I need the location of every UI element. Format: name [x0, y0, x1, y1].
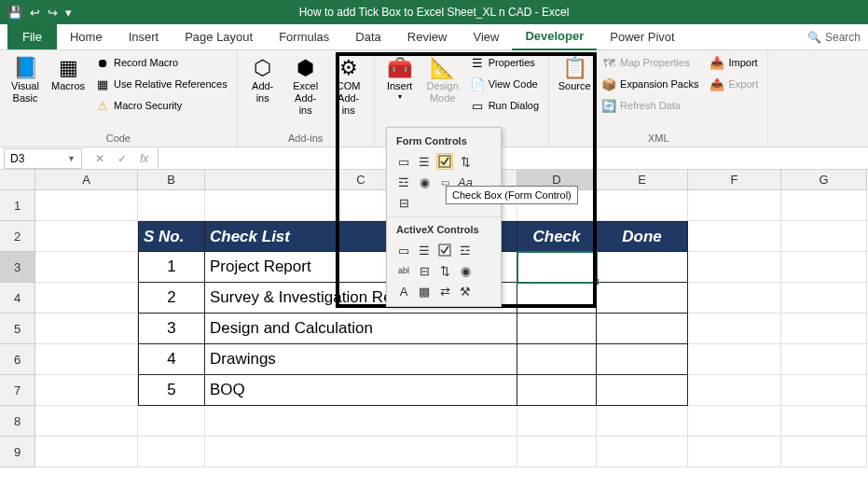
cell-E1[interactable]	[597, 190, 688, 221]
form-spin-icon[interactable]: ⇅	[458, 154, 473, 169]
cell-F1[interactable]	[688, 190, 781, 221]
activex-button-icon[interactable]: ▭	[396, 243, 411, 258]
cell-B9[interactable]	[138, 437, 205, 467]
cell-G5[interactable]	[781, 314, 867, 344]
cell-A8[interactable]	[35, 406, 138, 437]
form-option-icon[interactable]: ◉	[417, 174, 432, 189]
activex-listbox-icon[interactable]: ☲	[458, 243, 473, 258]
undo-icon[interactable]: ↩	[30, 6, 40, 20]
cell-C5[interactable]: Design and Calculation	[205, 314, 517, 344]
cell-C6[interactable]: Drawings	[205, 344, 517, 375]
row-header-6[interactable]: 6	[0, 344, 35, 375]
cell-A4[interactable]	[35, 283, 138, 314]
cell-G9[interactable]	[781, 437, 867, 467]
addins-button[interactable]: ⬡ Add-ins	[243, 52, 282, 131]
cell-G4[interactable]	[781, 283, 867, 314]
search-button[interactable]: 🔍 Search	[807, 31, 861, 44]
cell-F4[interactable]	[688, 283, 781, 314]
form-button-icon[interactable]: ▭	[396, 154, 411, 169]
row-header-8[interactable]: 8	[0, 406, 35, 437]
cell-E4[interactable]	[597, 283, 688, 314]
cell-A7[interactable]	[35, 375, 138, 406]
cell-E8[interactable]	[597, 406, 688, 437]
import-button[interactable]: 📥 Import	[706, 52, 762, 73]
view-code-button[interactable]: 📄 View Code	[466, 74, 543, 94]
column-header-F[interactable]: F	[688, 170, 781, 190]
cell-B3[interactable]: 1	[138, 252, 205, 283]
cell-G7[interactable]	[781, 375, 867, 406]
row-header-7[interactable]: 7	[0, 375, 35, 406]
cell-F6[interactable]	[688, 344, 781, 375]
macro-security-button[interactable]: ⚠ Macro Security	[91, 95, 231, 116]
row-header-9[interactable]: 9	[0, 437, 35, 467]
tab-developer[interactable]: Developer	[512, 23, 597, 50]
activex-toggle-icon[interactable]: ⇄	[437, 284, 452, 299]
tab-page-layout[interactable]: Page Layout	[172, 24, 266, 49]
tab-view[interactable]: View	[460, 24, 512, 49]
cell-G8[interactable]	[781, 406, 867, 437]
cell-D5[interactable]	[517, 314, 597, 344]
column-header-B[interactable]: B	[138, 170, 205, 190]
cell-D4[interactable]	[517, 283, 597, 314]
cell-C7[interactable]: BOQ	[205, 375, 517, 406]
form-combo-icon[interactable]: ☰	[417, 154, 432, 169]
cell-E2[interactable]: Done	[597, 221, 688, 252]
cell-E9[interactable]	[597, 437, 688, 467]
cell-F7[interactable]	[688, 375, 781, 406]
macros-button[interactable]: ▦ Macros	[48, 52, 88, 131]
row-header-4[interactable]: 4	[0, 283, 35, 314]
cancel-icon[interactable]: ✕	[95, 152, 104, 165]
cell-A1[interactable]	[35, 190, 138, 221]
activex-option-icon[interactable]: ◉	[458, 263, 473, 278]
column-header-A[interactable]: A	[35, 170, 138, 190]
cell-D7[interactable]	[517, 375, 597, 406]
cell-A2[interactable]	[35, 221, 138, 252]
cell-F8[interactable]	[688, 406, 781, 437]
cell-F5[interactable]	[688, 314, 781, 344]
use-relative-button[interactable]: ▦ Use Relative References	[91, 74, 231, 94]
source-button[interactable]: 📋 Source	[555, 52, 594, 131]
cell-A5[interactable]	[35, 314, 138, 344]
form-checkbox-icon[interactable]	[437, 154, 452, 169]
activex-spin-icon[interactable]: ⇅	[437, 263, 452, 278]
com-addins-button[interactable]: ⚙ COM Add-ins	[329, 52, 368, 131]
activex-checkbox-icon[interactable]	[437, 243, 452, 258]
cell-D8[interactable]	[517, 406, 597, 437]
activex-more-icon[interactable]: ⚒	[458, 284, 473, 299]
cell-G3[interactable]	[781, 252, 867, 283]
cell-B1[interactable]	[138, 190, 205, 221]
cell-F3[interactable]	[688, 252, 781, 283]
name-box[interactable]: D3 ▼	[4, 148, 82, 169]
cell-B5[interactable]: 3	[138, 314, 205, 344]
insert-controls-button[interactable]: 🧰 Insert ▾	[380, 52, 420, 131]
fx-icon[interactable]: fx	[140, 152, 148, 165]
row-header-5[interactable]: 5	[0, 314, 35, 344]
cell-G2[interactable]	[781, 221, 867, 252]
visual-basic-button[interactable]: 📘 Visual Basic	[6, 52, 45, 131]
tab-file[interactable]: File	[7, 24, 57, 49]
cell-D3[interactable]	[517, 252, 597, 283]
column-header-G[interactable]: G	[781, 170, 867, 190]
run-dialog-button[interactable]: ▭ Run Dialog	[466, 95, 543, 116]
cell-B6[interactable]: 4	[138, 344, 205, 375]
cell-A9[interactable]	[35, 437, 138, 467]
activex-label-icon[interactable]: A	[396, 284, 411, 299]
cell-B7[interactable]: 5	[138, 375, 205, 406]
activex-image-icon[interactable]: ▩	[417, 284, 432, 299]
cell-A3[interactable]	[35, 252, 138, 283]
expansion-packs-button[interactable]: 📦 Expansion Packs	[598, 74, 702, 94]
refresh-data-button[interactable]: 🔄 Refresh Data	[598, 95, 702, 116]
select-all-corner[interactable]	[0, 170, 35, 190]
cell-B2[interactable]: S No.	[138, 221, 205, 252]
row-header-2[interactable]: 2	[0, 221, 35, 252]
form-listbox-icon[interactable]: ☲	[396, 174, 411, 189]
tab-home[interactable]: Home	[57, 24, 116, 49]
cell-F2[interactable]	[688, 221, 781, 252]
formula-bar[interactable]	[158, 148, 868, 169]
cell-G1[interactable]	[781, 190, 867, 221]
row-header-1[interactable]: 1	[0, 190, 35, 221]
tab-data[interactable]: Data	[342, 24, 393, 49]
tab-review[interactable]: Review	[394, 24, 461, 49]
cell-E3[interactable]	[597, 252, 688, 283]
cell-A6[interactable]	[35, 344, 138, 375]
